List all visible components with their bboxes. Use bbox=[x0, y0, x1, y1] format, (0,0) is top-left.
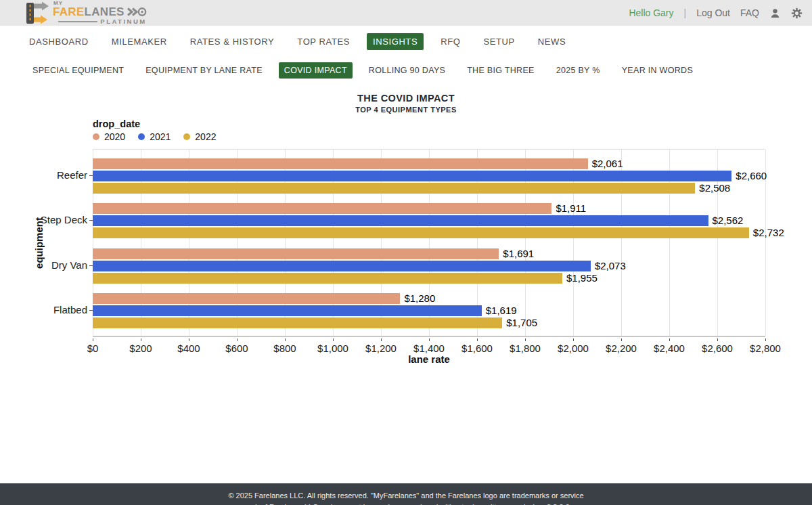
farelanes-road-icon bbox=[20, 1, 50, 25]
sub-nav-item-rolling-90-days[interactable]: ROLLING 90 DAYS bbox=[363, 62, 451, 79]
bar-step-deck-2022 bbox=[93, 227, 749, 238]
sub-nav-item-special-equipment[interactable]: SPECIAL EQUIPMENT bbox=[27, 62, 129, 79]
bar-value-label-step-deck-2022: $2,732 bbox=[753, 227, 784, 238]
logout-link[interactable]: Log Out bbox=[696, 7, 730, 18]
x-tick bbox=[765, 338, 766, 341]
x-tick bbox=[333, 338, 334, 341]
top-bar: MY FARELANES PLATINUM Hello Gary | Log O… bbox=[0, 0, 812, 26]
x-tick-label: $2,800 bbox=[735, 343, 796, 354]
bar-flatbed-2020 bbox=[93, 293, 400, 304]
main-nav-item-top-rates[interactable]: TOP RATES bbox=[291, 33, 356, 50]
x-tick bbox=[93, 338, 93, 341]
bar-flatbed-2022 bbox=[93, 317, 502, 328]
y-category-label-reefer: Reefer bbox=[6, 169, 87, 182]
x-tick bbox=[717, 338, 718, 341]
x-tick bbox=[429, 338, 430, 341]
legend-swatch-2020 bbox=[93, 133, 99, 140]
y-category-label-step-deck: Step Deck bbox=[6, 213, 87, 227]
header-separator: | bbox=[684, 7, 687, 18]
x-tick bbox=[669, 338, 670, 341]
x-tick bbox=[525, 338, 526, 341]
bar-value-label-dry-van-2022: $1,955 bbox=[566, 273, 597, 284]
y-tick bbox=[89, 265, 93, 266]
myfarelanes-logo[interactable]: MY FARELANES PLATINUM bbox=[20, 1, 147, 25]
bar-step-deck-2020 bbox=[93, 203, 551, 214]
y-tick bbox=[89, 175, 93, 176]
bar-value-label-flatbed-2022: $1,705 bbox=[506, 317, 537, 328]
bar-step-deck-2021 bbox=[93, 215, 708, 226]
bar-reefer-2021 bbox=[93, 171, 731, 181]
logo-lanes: LANES bbox=[85, 6, 125, 18]
x-tick bbox=[477, 338, 478, 341]
bar-value-label-dry-van-2021: $2,073 bbox=[595, 261, 626, 271]
gear-icon[interactable] bbox=[791, 7, 803, 19]
legend-item-2021[interactable]: 2021 bbox=[138, 131, 171, 142]
chart-legend: 202020212022 bbox=[93, 131, 216, 142]
main-nav-item-setup[interactable]: SETUP bbox=[477, 33, 520, 50]
main-nav-item-rates-history[interactable]: RATES & HISTORY bbox=[184, 33, 281, 50]
logo-fare: FARE bbox=[53, 6, 85, 18]
logo-platinum: PLATINUM bbox=[100, 18, 146, 25]
footer: © 2025 Farelanes LLC. All rights reserve… bbox=[0, 483, 812, 505]
bar-value-label-dry-van-2020: $1,691 bbox=[503, 248, 534, 259]
footer-line-2: mark of Farelanes LLC and may not be use… bbox=[0, 502, 812, 505]
x-tick bbox=[381, 338, 382, 341]
bar-flatbed-2021 bbox=[93, 305, 482, 316]
bar-value-label-flatbed-2021: $1,619 bbox=[486, 305, 517, 316]
legend-swatch-2022 bbox=[183, 133, 190, 140]
bar-value-label-step-deck-2020: $1,911 bbox=[556, 203, 586, 214]
sub-nav-item-2025-by[interactable]: 2025 BY % bbox=[551, 62, 606, 79]
legend-item-2022[interactable]: 2022 bbox=[183, 131, 216, 142]
x-tick bbox=[237, 338, 238, 341]
legend-label-2020: 2020 bbox=[104, 131, 125, 142]
bar-value-label-reefer-2020: $2,061 bbox=[592, 158, 623, 169]
bar-reefer-2022 bbox=[93, 183, 695, 194]
legend-item-2020[interactable]: 2020 bbox=[93, 131, 125, 142]
main-nav-item-rfq[interactable]: RFQ bbox=[434, 33, 466, 50]
top-bar-right: Hello Gary | Log Out FAQ bbox=[629, 7, 803, 19]
bar-reefer-2020 bbox=[93, 158, 588, 169]
road-chevron-icon bbox=[127, 7, 147, 17]
sub-nav: SPECIAL EQUIPMENTEQUIPMENT BY LANE RATEC… bbox=[0, 57, 812, 84]
logo-underline bbox=[58, 21, 97, 22]
main-nav-item-insights[interactable]: INSIGHTS bbox=[367, 33, 424, 50]
y-category-label-flatbed: Flatbed bbox=[6, 303, 87, 317]
chart-title: THE COVID IMPACT bbox=[0, 93, 812, 104]
bar-dry-van-2021 bbox=[93, 261, 591, 271]
legend-label-2022: 2022 bbox=[195, 131, 216, 142]
legend-swatch-2021 bbox=[138, 133, 145, 140]
x-axis-title: lane rate bbox=[408, 353, 450, 365]
bar-value-label-step-deck-2021: $2,562 bbox=[713, 215, 744, 226]
x-tick bbox=[285, 338, 286, 341]
bar-value-label-reefer-2022: $2,508 bbox=[699, 183, 730, 194]
sub-nav-item-year-in-words[interactable]: YEAR IN WORDS bbox=[616, 62, 698, 79]
bar-value-label-reefer-2021: $2,660 bbox=[736, 171, 767, 181]
x-tick bbox=[141, 338, 141, 341]
x-tick bbox=[189, 338, 189, 341]
main-nav-item-news[interactable]: NEWS bbox=[532, 33, 572, 50]
bar-dry-van-2022 bbox=[93, 273, 562, 284]
user-icon[interactable] bbox=[769, 7, 781, 19]
plot-area[interactable]: $2,061$2,660$2,508$1,911$2,562$2,732$1,6… bbox=[93, 149, 765, 337]
legend-label-2021: 2021 bbox=[150, 131, 171, 142]
faq-link[interactable]: FAQ bbox=[740, 7, 759, 18]
main-nav-item-milemaker[interactable]: MILEMAKER bbox=[106, 33, 173, 50]
bar-value-label-flatbed-2020: $1,280 bbox=[404, 293, 435, 304]
y-tick bbox=[89, 220, 93, 221]
legend-title: drop_date bbox=[93, 118, 140, 129]
chart-region: THE COVID IMPACT TOP 4 EQUIPMENT TYPES d… bbox=[0, 84, 812, 409]
greeting-text[interactable]: Hello Gary bbox=[629, 7, 673, 18]
footer-line-1: © 2025 Farelanes LLC. All rights reserve… bbox=[0, 490, 812, 502]
main-nav: DASHBOARDMILEMAKERRATES & HISTORYTOP RAT… bbox=[0, 26, 812, 57]
main-nav-item-dashboard[interactable]: DASHBOARD bbox=[23, 33, 95, 50]
sub-nav-item-covid-impact[interactable]: COVID IMPACT bbox=[279, 62, 353, 79]
y-category-label-dry-van: Dry Van bbox=[6, 259, 87, 272]
chart-subtitle: TOP 4 EQUIPMENT TYPES bbox=[0, 106, 812, 114]
bar-dry-van-2020 bbox=[93, 248, 499, 259]
sub-nav-item-equipment-by-lane-rate[interactable]: EQUIPMENT BY LANE RATE bbox=[140, 62, 268, 79]
y-tick bbox=[89, 310, 93, 311]
x-tick bbox=[621, 338, 622, 341]
logo-text: MY FARELANES PLATINUM bbox=[53, 1, 147, 25]
sub-nav-item-the-big-three[interactable]: THE BIG THREE bbox=[461, 62, 540, 79]
x-tick bbox=[573, 338, 574, 341]
